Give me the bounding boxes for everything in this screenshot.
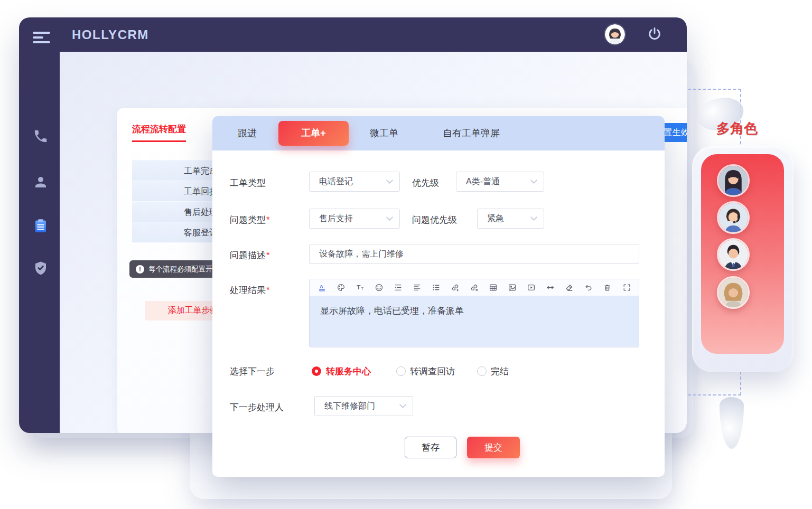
chevron-down-icon	[530, 216, 537, 221]
result-label: 处理结果*	[230, 284, 270, 296]
undo-icon[interactable]	[584, 283, 593, 293]
bullet-list-icon[interactable]	[431, 283, 441, 293]
issue-type-select[interactable]: 售后支持	[309, 209, 400, 229]
issue-desc-input[interactable]: 设备故障，需上门维修	[309, 244, 639, 264]
radio-survey-callback[interactable]	[396, 366, 406, 376]
dashed-line-top	[688, 89, 741, 90]
next-handler-label: 下一步处理人	[230, 401, 284, 413]
table-icon[interactable]	[489, 283, 498, 293]
modal-tab-popup-ticket[interactable]: 自有工单弹屏	[443, 116, 500, 150]
multi-role-caption: 多角色	[716, 119, 758, 138]
worklist-icon[interactable]	[33, 218, 49, 234]
decor-drop	[720, 397, 744, 449]
save-draft-button[interactable]: 暂存	[405, 437, 456, 458]
user-avatar[interactable]	[605, 24, 625, 44]
text-size-icon[interactable]: TT	[355, 283, 365, 293]
radio-finish-label[interactable]: 完结	[491, 365, 509, 378]
next-step-label: 选择下一步	[230, 365, 275, 378]
next-handler-select[interactable]: 线下维修部门	[314, 396, 413, 416]
modal-tab-follow[interactable]: 跟进	[238, 116, 257, 150]
palette-icon[interactable]	[336, 283, 346, 293]
chevron-down-icon	[530, 180, 537, 184]
divider-icon[interactable]	[546, 283, 555, 293]
image-icon[interactable]	[508, 283, 517, 293]
screen: HOLLYCRM	[0, 0, 812, 509]
agent-female-long-hair[interactable]	[717, 164, 750, 197]
link-remove-icon[interactable]	[470, 283, 479, 293]
editor-toolbar: ATT	[310, 279, 639, 296]
link-add-icon[interactable]	[450, 283, 460, 293]
phone-icon[interactable]	[33, 128, 49, 144]
svg-text:A: A	[319, 284, 323, 289]
user-icon[interactable]	[33, 174, 49, 190]
radio-service-center-label[interactable]: 转服务中心	[326, 365, 371, 378]
radio-service-center[interactable]	[312, 366, 321, 376]
agent-male-suit[interactable]	[717, 238, 750, 271]
emoji-icon[interactable]	[374, 283, 384, 293]
brand-logo: HOLLYCRM	[72, 27, 149, 42]
submit-button[interactable]: 提交	[467, 437, 520, 458]
info-icon: !	[136, 265, 144, 274]
chevron-down-icon	[386, 216, 393, 221]
dashed-line-bottom	[688, 394, 741, 395]
ticket-type-select[interactable]: 电话登记	[309, 172, 400, 192]
shield-check-icon[interactable]	[33, 260, 49, 276]
avatar-image	[605, 24, 625, 44]
result-editor-content[interactable]: 显示屏故障，电话已受理，准备派单	[310, 296, 639, 347]
menu-icon[interactable]	[33, 32, 50, 43]
video-icon[interactable]	[527, 283, 536, 293]
ticket-type-label: 工单类型	[230, 177, 266, 189]
radio-finish[interactable]	[477, 366, 487, 376]
ticket-modal: 跟进 工单+ 微工单 自有工单弹屏 工单类型 电话登记 优先级 A类-普通 问题…	[212, 116, 665, 477]
power-icon[interactable]	[647, 26, 662, 41]
issue-priority-label: 问题优先级	[412, 214, 457, 226]
priority-label: 优先级	[412, 177, 439, 189]
align-left-icon[interactable]	[412, 283, 422, 293]
font-underline-icon[interactable]: A	[317, 283, 326, 293]
svg-text:T: T	[361, 286, 363, 291]
chevron-down-icon	[399, 404, 406, 408]
modal-tabbar: 跟进 工单+ 微工单 自有工单弹屏	[212, 116, 665, 150]
result-editor: ATT 显示屏故障，电话已受理，准备派单	[309, 279, 639, 347]
priority-select[interactable]: A类-普通	[456, 172, 544, 192]
chevron-down-icon	[386, 180, 393, 184]
radio-survey-callback-label[interactable]: 转调查回访	[410, 365, 455, 378]
modal-tab-micro-ticket[interactable]: 微工单	[370, 116, 398, 150]
svg-text:T: T	[357, 284, 360, 290]
tab-flow-config[interactable]: 流程流转配置	[132, 123, 186, 142]
modal-tab-ticket-active[interactable]: 工单+	[278, 121, 349, 146]
indent-icon[interactable]	[393, 283, 403, 293]
agent-female-blonde[interactable]	[717, 276, 750, 309]
eraser-icon[interactable]	[565, 283, 574, 293]
issue-desc-label: 问题描述*	[230, 249, 270, 261]
issue-type-label: 问题类型*	[230, 214, 270, 226]
multi-role-card	[692, 146, 794, 372]
delete-icon[interactable]	[603, 283, 612, 293]
agent-headset[interactable]	[717, 201, 750, 234]
fullscreen-icon[interactable]	[622, 283, 631, 293]
issue-priority-select[interactable]: 紧急	[477, 209, 544, 229]
